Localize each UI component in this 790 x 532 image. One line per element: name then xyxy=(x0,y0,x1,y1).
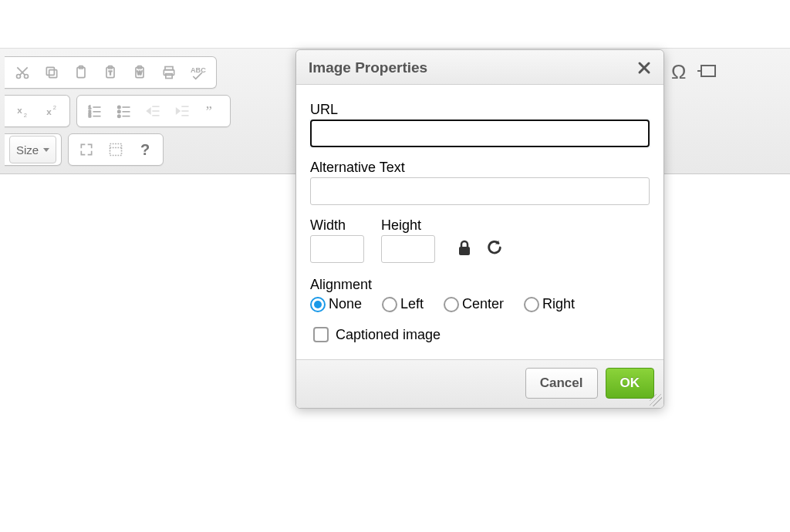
svg-text:W: W xyxy=(137,70,143,76)
toolbar-group-tools: ? xyxy=(68,133,164,166)
svg-text:x: x xyxy=(46,106,52,116)
alignment-right-label: Right xyxy=(542,296,575,312)
toolbar-group-script: x2 x2 xyxy=(5,95,70,127)
maximize-icon[interactable] xyxy=(72,136,101,163)
width-input[interactable] xyxy=(310,235,364,263)
print-icon[interactable] xyxy=(154,59,184,86)
alt-text-label: Alternative Text xyxy=(310,160,650,176)
alignment-label: Alignment xyxy=(310,277,650,293)
svg-text:2: 2 xyxy=(24,112,27,119)
alignment-right[interactable]: Right xyxy=(524,296,575,312)
close-icon xyxy=(637,61,651,75)
svg-rect-3 xyxy=(46,67,54,75)
reset-size-button[interactable] xyxy=(486,239,503,259)
blockquote-icon[interactable]: ” xyxy=(198,97,227,125)
image-properties-dialog: Image Properties URL Alternative Text Wi… xyxy=(295,49,664,409)
lock-icon xyxy=(457,239,472,256)
svg-point-26 xyxy=(118,106,120,108)
refresh-icon xyxy=(486,239,503,256)
svg-point-28 xyxy=(118,110,120,113)
chevron-down-icon xyxy=(43,148,49,152)
width-label: Width xyxy=(310,217,364,234)
paste-word-icon[interactable]: W xyxy=(125,59,154,86)
svg-text:2: 2 xyxy=(53,104,56,111)
captioned-image-option[interactable]: Captioned image xyxy=(310,325,441,345)
dialog-footer: Cancel OK xyxy=(296,359,663,408)
svg-text:3: 3 xyxy=(89,113,91,118)
spellcheck-icon[interactable]: ABC xyxy=(184,59,213,86)
superscript-icon[interactable]: x2 xyxy=(37,97,66,125)
alignment-center[interactable]: Center xyxy=(444,296,504,312)
copy-icon[interactable] xyxy=(37,59,66,86)
help-button[interactable]: ? xyxy=(130,136,160,163)
svg-text:”: ” xyxy=(206,104,212,119)
resize-grip[interactable] xyxy=(650,394,662,406)
svg-rect-43 xyxy=(701,66,715,76)
svg-marker-39 xyxy=(177,109,180,114)
toolbar-group-size: Size xyxy=(5,133,62,166)
toolbar-group-clipboard: T W ABC xyxy=(5,56,217,89)
question-mark-icon: ? xyxy=(140,141,150,159)
alignment-left-radio[interactable] xyxy=(382,297,397,312)
svg-marker-35 xyxy=(147,109,150,114)
dialog-body: URL Alternative Text Width Height A xyxy=(296,85,663,359)
font-size-dropdown[interactable]: Size xyxy=(9,136,56,163)
numbered-list-icon[interactable]: 123 xyxy=(80,97,110,125)
toolbar-group-lists: 123 ” xyxy=(76,95,231,127)
subscript-icon[interactable]: x2 xyxy=(8,97,37,125)
svg-rect-41 xyxy=(110,144,122,156)
alignment-center-label: Center xyxy=(462,296,504,312)
alignment-left-label: Left xyxy=(400,296,424,312)
bulleted-list-icon[interactable] xyxy=(110,97,139,125)
cancel-button[interactable]: Cancel xyxy=(525,368,598,399)
dimensions-row: Width Height xyxy=(310,217,650,263)
svg-point-30 xyxy=(118,115,120,117)
captioned-image-checkbox[interactable] xyxy=(313,327,329,342)
alignment-options: None Left Center Right xyxy=(310,296,650,312)
svg-text:ABC: ABC xyxy=(191,66,206,74)
paste-icon[interactable] xyxy=(66,59,96,86)
outdent-icon[interactable] xyxy=(139,97,168,125)
paste-text-icon[interactable]: T xyxy=(96,59,125,86)
omega-icon[interactable]: Ω xyxy=(671,60,686,84)
toolbar-right-icons: Ω xyxy=(671,60,717,84)
alignment-none-label: None xyxy=(329,296,362,312)
alignment-center-radio[interactable] xyxy=(444,297,459,312)
ok-button[interactable]: OK xyxy=(606,368,655,399)
close-button[interactable] xyxy=(636,59,653,76)
alignment-none[interactable]: None xyxy=(310,296,362,312)
url-label: URL xyxy=(310,102,650,118)
alignment-left[interactable]: Left xyxy=(382,296,424,312)
show-blocks-icon[interactable] xyxy=(101,136,130,163)
svg-text:x: x xyxy=(17,105,22,115)
svg-rect-47 xyxy=(459,247,470,255)
height-input[interactable] xyxy=(381,235,435,263)
svg-text:T: T xyxy=(109,70,112,76)
dialog-title: Image Properties xyxy=(309,59,427,76)
lock-ratio-button[interactable] xyxy=(457,239,472,259)
captioned-image-label: Captioned image xyxy=(336,327,441,343)
alt-text-input[interactable] xyxy=(310,177,650,205)
alignment-right-radio[interactable] xyxy=(524,297,539,312)
url-input[interactable] xyxy=(310,120,650,147)
height-label: Height xyxy=(381,217,435,234)
alignment-none-radio[interactable] xyxy=(310,297,326,312)
insert-iframe-icon[interactable] xyxy=(697,62,717,82)
font-size-label: Size xyxy=(16,143,39,157)
indent-icon[interactable] xyxy=(168,97,198,125)
cut-icon[interactable] xyxy=(8,59,37,86)
dialog-titlebar[interactable]: Image Properties xyxy=(296,50,663,85)
svg-rect-2 xyxy=(49,70,57,78)
